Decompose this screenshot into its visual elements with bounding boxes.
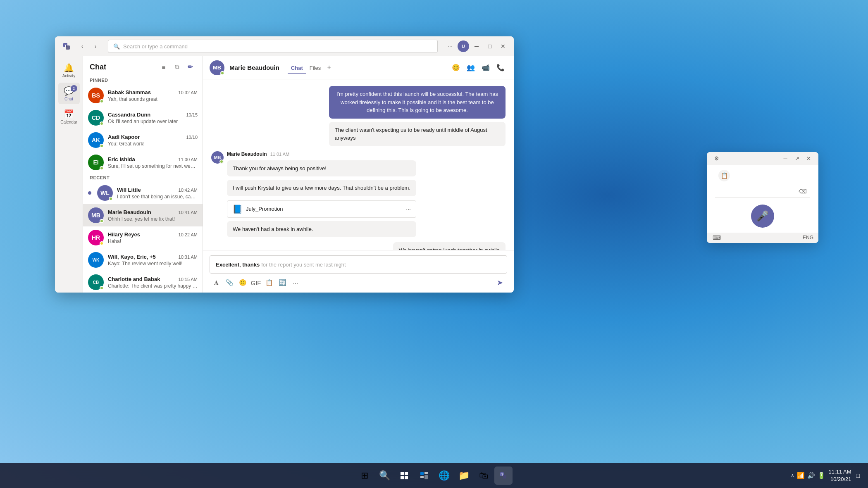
status-indicator <box>109 197 113 201</box>
list-item[interactable]: WK Will, Kayo, Eric, +5 10:31 AM Kayo: T… <box>83 249 203 271</box>
svg-rect-7 <box>420 472 424 475</box>
add-tab-button[interactable]: + <box>324 62 334 72</box>
list-item[interactable]: AK Aadi Kapoor 10/10 You: Great work! <box>83 129 203 151</box>
taskbar-clock[interactable]: 11:11 AM 10/20/21 <box>829 468 851 483</box>
voice-close-button[interactable]: ✕ <box>804 153 813 163</box>
user-avatar[interactable]: U <box>458 40 469 52</box>
emoji-button[interactable]: 🙂 <box>237 277 248 288</box>
message-bubble: We haven't had a break in awhile. <box>227 221 416 238</box>
back-button[interactable]: ‹ <box>76 40 88 52</box>
taskbar-teams-button[interactable]: T <box>494 467 513 485</box>
backspace-icon[interactable]: ⌫ <box>799 188 807 195</box>
taskbar-edge-button[interactable]: 🌐 <box>435 467 453 485</box>
forward-button[interactable]: › <box>90 40 101 52</box>
activity-icon: 🔔 <box>64 63 74 73</box>
sidebar-item-chat[interactable]: 2 💬 Chat <box>58 83 80 104</box>
message-input-box[interactable]: Excellent, thanks for the report you sen… <box>210 255 507 274</box>
battery-icon[interactable]: 🔋 <box>818 472 825 479</box>
chat-preview: Charlotte: The client was pretty happy w… <box>108 283 198 289</box>
emoji-button[interactable]: 😊 <box>449 61 463 74</box>
more-options-button[interactable]: ··· <box>444 40 456 52</box>
list-item[interactable]: HR Hilary Reyes 10:22 AM Haha! <box>83 226 203 249</box>
chat-list-header: Chat ≡ ⧉ ✏ <box>83 56 203 76</box>
svg-text:T: T <box>64 44 67 48</box>
voice-minimize-button[interactable]: ─ <box>780 153 790 163</box>
attach-button[interactable]: 📎 <box>224 277 235 288</box>
list-item[interactable]: BS Babak Shammas 10:32 AM Yah, that soun… <box>83 84 203 107</box>
svg-rect-12 <box>503 475 506 478</box>
tab-chat[interactable]: Chat <box>288 63 306 74</box>
search-bar[interactable]: 🔍 Search or type a command <box>108 40 438 53</box>
sidebar-item-activity[interactable]: 🔔 Activity <box>58 60 80 81</box>
voice-popout-button[interactable]: ↗ <box>792 153 802 163</box>
taskbar-task-view-button[interactable] <box>395 467 413 485</box>
taskbar-right: ∧ 📶 🔊 🔋 11:11 AM 10/20/21 □ <box>791 468 861 483</box>
list-item[interactable]: MB Marie Beaudouin 10:41 AM Ohhh I see, … <box>83 204 203 226</box>
status-indicator <box>100 99 104 103</box>
taskbar-explorer-button[interactable]: 📁 <box>455 467 473 485</box>
message-bubble: We haven't gotten lunch together in awhi… <box>393 242 506 250</box>
chat-name-row: Marie Beaudouin 10:41 AM <box>108 209 198 215</box>
file-more-button[interactable]: ··· <box>406 206 411 212</box>
message-toolbar: 𝐀 📎 🙂 GIF 📋 🔄 ··· ➤ <box>210 276 507 289</box>
taskbar-store-button[interactable]: 🛍 <box>475 467 493 485</box>
file-attachment[interactable]: 📘 July_Promotion ··· <box>227 200 416 218</box>
list-item[interactable]: WL Will Little 10:42 AM I don't see that… <box>83 182 203 204</box>
chat-name-row: Hilary Reyes 10:22 AM <box>108 231 198 238</box>
minimize-button[interactable]: ─ <box>471 40 482 52</box>
message-block: We haven't gotten lunch together in awhi… <box>335 242 506 250</box>
taskbar-widgets-button[interactable] <box>415 467 433 485</box>
voice-text-input[interactable] <box>715 185 810 198</box>
video-button[interactable]: 📹 <box>479 61 492 74</box>
chat-badge: 2 <box>71 85 77 92</box>
system-tray-icons: ∧ 📶 🔊 🔋 <box>791 472 825 479</box>
volume-icon[interactable]: 🔊 <box>807 472 815 479</box>
format-button[interactable]: 𝐀 <box>210 277 222 288</box>
svg-rect-5 <box>401 476 404 479</box>
chat-info: Eric Ishida 11:00 AM Sure, I'll set up s… <box>108 156 198 169</box>
chat-preview: You: Great work! <box>108 141 198 147</box>
maximize-button[interactable]: □ <box>484 40 496 52</box>
notification-button[interactable]: □ <box>855 472 861 479</box>
loop-button[interactable]: 🔄 <box>277 277 288 288</box>
clock-date: 10/20/21 <box>829 476 851 483</box>
copy-button[interactable]: ⧉ <box>171 61 183 73</box>
sidebar-item-calendar[interactable]: 📅 Calendar <box>58 106 80 127</box>
keyboard-button[interactable]: ⌨ <box>712 233 722 243</box>
compose-button[interactable]: ✏ <box>184 61 196 73</box>
chat-time: 10:41 AM <box>179 210 198 215</box>
chat-time: 10:32 AM <box>179 90 198 95</box>
gif-button[interactable]: GIF <box>250 277 262 288</box>
chat-name-row: Will Little 10:42 AM <box>117 187 198 193</box>
chat-info: Hilary Reyes 10:22 AM Haha! <box>108 231 198 244</box>
wifi-icon[interactable]: 📶 <box>797 472 805 479</box>
avatar: EI <box>88 155 104 170</box>
voice-settings-button[interactable]: ⚙ <box>712 153 722 163</box>
avatar: WL <box>97 185 113 201</box>
chat-name-row: Aadi Kapoor 10/10 <box>108 134 198 140</box>
list-item[interactable]: CD Cassandra Dunn 10/15 Ok I'll send an … <box>83 107 203 129</box>
tab-files[interactable]: Files <box>306 63 324 74</box>
phone-button[interactable]: 📞 <box>494 61 507 74</box>
contact-name: Eric Ishida <box>108 156 135 162</box>
close-button[interactable]: ✕ <box>497 40 509 52</box>
tray-chevron[interactable]: ∧ <box>791 473 794 478</box>
pinned-section-label: Pinned <box>83 76 203 84</box>
contact-name: Babak Shammas <box>108 89 151 95</box>
contact-name: Hilary Reyes <box>108 231 140 238</box>
people-button[interactable]: 👥 <box>464 61 477 74</box>
main-content: 🔔 Activity 2 💬 Chat 📅 Calendar Chat ≡ ⧉ … <box>55 56 514 293</box>
taskbar-search-button[interactable]: 🔍 <box>375 467 393 485</box>
status-indicator <box>220 71 224 75</box>
list-item[interactable]: CB Charlotte and Babak 10:15 AM Charlott… <box>83 271 203 293</box>
message-bubble: Thank you for always being so positive! <box>227 160 416 177</box>
send-button[interactable]: ➤ <box>493 276 506 289</box>
chat-time: 10:22 AM <box>179 232 198 237</box>
microphone-button[interactable]: 🎤 <box>751 205 774 228</box>
contact-name: Aadi Kapoor <box>108 134 140 140</box>
sticker-button[interactable]: 📋 <box>263 277 275 288</box>
taskbar-start-button[interactable]: ⊞ <box>355 467 374 485</box>
list-item[interactable]: EI Eric Ishida 11:00 AM Sure, I'll set u… <box>83 151 203 174</box>
more-tools-button[interactable]: ··· <box>290 277 301 288</box>
filter-button[interactable]: ≡ <box>158 61 169 73</box>
